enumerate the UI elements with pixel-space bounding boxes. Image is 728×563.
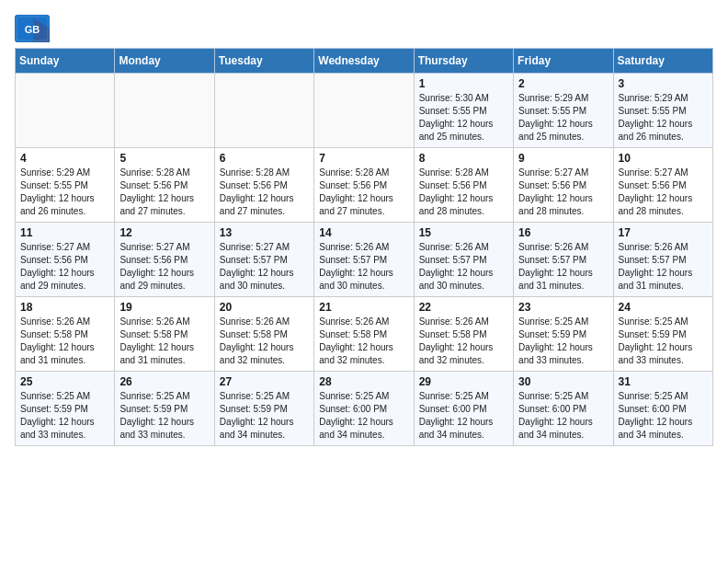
calendar-cell: 28Sunrise: 5:25 AM Sunset: 6:00 PM Dayli… <box>314 372 414 446</box>
weekday-header-row: SundayMondayTuesdayWednesdayThursdayFrid… <box>16 49 713 74</box>
calendar-cell: 21Sunrise: 5:26 AM Sunset: 5:58 PM Dayli… <box>314 297 414 372</box>
calendar-cell: 30Sunrise: 5:25 AM Sunset: 6:00 PM Dayli… <box>514 372 613 446</box>
calendar-cell: 18Sunrise: 5:26 AM Sunset: 5:58 PM Dayli… <box>16 297 115 372</box>
day-info: Sunrise: 5:30 AM Sunset: 5:55 PM Dayligh… <box>419 92 508 144</box>
calendar-cell: 27Sunrise: 5:25 AM Sunset: 5:59 PM Dayli… <box>214 372 313 446</box>
day-number: 31 <box>619 375 708 388</box>
day-number: 15 <box>419 226 508 239</box>
day-number: 5 <box>119 152 209 165</box>
calendar-cell: 6Sunrise: 5:28 AM Sunset: 5:56 PM Daylig… <box>214 148 313 223</box>
calendar-cell: 10Sunrise: 5:27 AM Sunset: 5:56 PM Dayli… <box>613 148 712 223</box>
day-info: Sunrise: 5:25 AM Sunset: 5:59 PM Dayligh… <box>20 390 109 442</box>
calendar-cell <box>314 74 414 148</box>
day-number: 4 <box>20 152 109 165</box>
calendar-table: SundayMondayTuesdayWednesdayThursdayFrid… <box>15 48 713 446</box>
day-number: 17 <box>619 226 708 239</box>
day-number: 3 <box>619 77 708 90</box>
calendar-cell: 29Sunrise: 5:25 AM Sunset: 6:00 PM Dayli… <box>414 372 513 446</box>
weekday-header-monday: Monday <box>115 49 214 74</box>
day-info: Sunrise: 5:25 AM Sunset: 5:59 PM Dayligh… <box>518 316 608 367</box>
calendar-cell: 12Sunrise: 5:27 AM Sunset: 5:56 PM Dayli… <box>115 223 214 297</box>
day-number: 29 <box>419 375 508 388</box>
calendar-cell: 24Sunrise: 5:25 AM Sunset: 5:59 PM Dayli… <box>613 297 712 372</box>
calendar-week-row: 18Sunrise: 5:26 AM Sunset: 5:58 PM Dayli… <box>16 297 713 372</box>
day-number: 10 <box>619 152 708 165</box>
day-info: Sunrise: 5:26 AM Sunset: 5:58 PM Dayligh… <box>220 316 309 367</box>
day-info: Sunrise: 5:28 AM Sunset: 5:56 PM Dayligh… <box>419 167 508 218</box>
day-number: 20 <box>220 301 309 314</box>
day-number: 2 <box>518 77 608 90</box>
calendar-cell: 7Sunrise: 5:28 AM Sunset: 5:56 PM Daylig… <box>314 148 414 223</box>
day-info: Sunrise: 5:29 AM Sunset: 5:55 PM Dayligh… <box>518 92 608 144</box>
weekday-header-sunday: Sunday <box>16 49 115 74</box>
calendar-cell: 13Sunrise: 5:27 AM Sunset: 5:57 PM Dayli… <box>214 223 313 297</box>
calendar-cell: 25Sunrise: 5:25 AM Sunset: 5:59 PM Dayli… <box>16 372 115 446</box>
day-number: 13 <box>220 226 309 239</box>
calendar-cell: 15Sunrise: 5:26 AM Sunset: 5:57 PM Dayli… <box>414 223 513 297</box>
day-number: 27 <box>220 375 309 388</box>
calendar-cell: 19Sunrise: 5:26 AM Sunset: 5:58 PM Dayli… <box>115 297 214 372</box>
calendar-cell: 23Sunrise: 5:25 AM Sunset: 5:59 PM Dayli… <box>514 297 613 372</box>
day-info: Sunrise: 5:26 AM Sunset: 5:57 PM Dayligh… <box>619 241 708 293</box>
day-info: Sunrise: 5:29 AM Sunset: 5:55 PM Dayligh… <box>20 167 109 218</box>
day-info: Sunrise: 5:27 AM Sunset: 5:57 PM Dayligh… <box>220 241 309 293</box>
day-number: 16 <box>518 226 608 239</box>
calendar-cell <box>115 74 214 148</box>
day-number: 24 <box>619 301 708 314</box>
weekday-header-thursday: Thursday <box>414 49 513 74</box>
calendar-cell: 3Sunrise: 5:29 AM Sunset: 5:55 PM Daylig… <box>613 74 712 148</box>
day-info: Sunrise: 5:25 AM Sunset: 5:59 PM Dayligh… <box>119 390 209 442</box>
day-number: 30 <box>518 375 608 388</box>
day-number: 7 <box>319 152 408 165</box>
calendar-cell: 17Sunrise: 5:26 AM Sunset: 5:57 PM Dayli… <box>613 223 712 297</box>
day-number: 22 <box>419 301 508 314</box>
day-info: Sunrise: 5:27 AM Sunset: 5:56 PM Dayligh… <box>619 167 708 218</box>
day-number: 14 <box>319 226 408 239</box>
day-info: Sunrise: 5:29 AM Sunset: 5:55 PM Dayligh… <box>619 92 708 144</box>
day-number: 18 <box>20 301 109 314</box>
calendar-cell: 1Sunrise: 5:30 AM Sunset: 5:55 PM Daylig… <box>414 74 513 148</box>
day-number: 23 <box>518 301 608 314</box>
calendar-cell: 8Sunrise: 5:28 AM Sunset: 5:56 PM Daylig… <box>414 148 513 223</box>
day-info: Sunrise: 5:27 AM Sunset: 5:56 PM Dayligh… <box>20 241 109 293</box>
weekday-header-friday: Friday <box>514 49 613 74</box>
calendar-cell: 2Sunrise: 5:29 AM Sunset: 5:55 PM Daylig… <box>514 74 613 148</box>
day-info: Sunrise: 5:26 AM Sunset: 5:58 PM Dayligh… <box>20 316 109 367</box>
day-info: Sunrise: 5:25 AM Sunset: 6:00 PM Dayligh… <box>419 390 508 442</box>
logo: GB <box>15 15 53 42</box>
calendar-week-row: 1Sunrise: 5:30 AM Sunset: 5:55 PM Daylig… <box>16 74 713 148</box>
day-info: Sunrise: 5:25 AM Sunset: 5:59 PM Dayligh… <box>220 390 309 442</box>
calendar-cell <box>214 74 313 148</box>
header: GB <box>15 15 713 42</box>
day-number: 26 <box>119 375 209 388</box>
weekday-header-wednesday: Wednesday <box>314 49 414 74</box>
day-info: Sunrise: 5:25 AM Sunset: 6:00 PM Dayligh… <box>319 390 408 442</box>
day-info: Sunrise: 5:28 AM Sunset: 5:56 PM Dayligh… <box>220 167 309 218</box>
calendar-cell: 4Sunrise: 5:29 AM Sunset: 5:55 PM Daylig… <box>16 148 115 223</box>
day-info: Sunrise: 5:26 AM Sunset: 5:57 PM Dayligh… <box>319 241 408 293</box>
day-number: 1 <box>419 77 508 90</box>
calendar-week-row: 4Sunrise: 5:29 AM Sunset: 5:55 PM Daylig… <box>16 148 713 223</box>
day-number: 6 <box>220 152 309 165</box>
day-number: 9 <box>518 152 608 165</box>
calendar-cell: 22Sunrise: 5:26 AM Sunset: 5:58 PM Dayli… <box>414 297 513 372</box>
day-number: 28 <box>319 375 408 388</box>
day-number: 8 <box>419 152 508 165</box>
day-info: Sunrise: 5:26 AM Sunset: 5:58 PM Dayligh… <box>319 316 408 367</box>
day-info: Sunrise: 5:28 AM Sunset: 5:56 PM Dayligh… <box>119 167 209 218</box>
day-info: Sunrise: 5:28 AM Sunset: 5:56 PM Dayligh… <box>319 167 408 218</box>
calendar-week-row: 11Sunrise: 5:27 AM Sunset: 5:56 PM Dayli… <box>16 223 713 297</box>
logo-icon: GB <box>15 15 50 42</box>
day-info: Sunrise: 5:25 AM Sunset: 6:00 PM Dayligh… <box>518 390 608 442</box>
day-info: Sunrise: 5:26 AM Sunset: 5:58 PM Dayligh… <box>119 316 209 367</box>
day-number: 21 <box>319 301 408 314</box>
calendar-week-row: 25Sunrise: 5:25 AM Sunset: 5:59 PM Dayli… <box>16 372 713 446</box>
day-info: Sunrise: 5:27 AM Sunset: 5:56 PM Dayligh… <box>119 241 209 293</box>
day-info: Sunrise: 5:25 AM Sunset: 6:00 PM Dayligh… <box>619 390 708 442</box>
calendar-cell: 26Sunrise: 5:25 AM Sunset: 5:59 PM Dayli… <box>115 372 214 446</box>
svg-text:GB: GB <box>25 24 40 35</box>
weekday-header-tuesday: Tuesday <box>214 49 313 74</box>
calendar-cell: 14Sunrise: 5:26 AM Sunset: 5:57 PM Dayli… <box>314 223 414 297</box>
day-info: Sunrise: 5:26 AM Sunset: 5:57 PM Dayligh… <box>518 241 608 293</box>
calendar-cell <box>16 74 115 148</box>
